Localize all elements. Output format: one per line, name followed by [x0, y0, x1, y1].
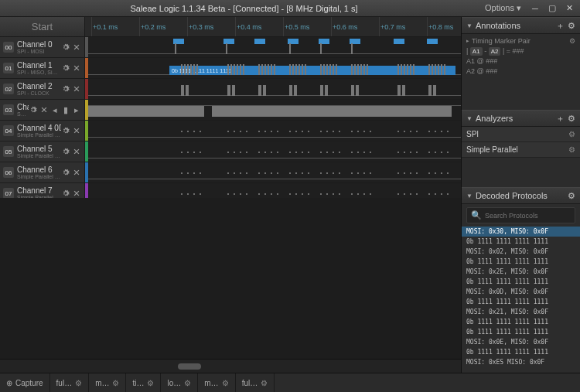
decoded-settings-icon[interactable]: ⚙ — [568, 191, 575, 201]
marker-a1-value: A1 @ ### — [466, 57, 497, 65]
protocol-item[interactable]: 0b 1111 1111 1111 1111 — [462, 277, 580, 287]
channel-header[interactable]: 06 Channel 6 Simple Parallel - D3 — [0, 162, 85, 182]
waveform-area[interactable]: 0b 1111 1111 1111 1111 — [88, 58, 461, 78]
analyzer-item[interactable]: Simple Parallel⚙ — [462, 142, 580, 158]
protocol-search-input[interactable] — [485, 212, 571, 220]
protocol-item[interactable]: 0b 1111 1111 1111 1111 — [462, 327, 580, 337]
protocol-search[interactable]: 🔍 — [466, 207, 575, 223]
close-button[interactable]: ✕ — [561, 3, 577, 14]
time-ruler[interactable]: +0.1 ms+0.2 ms+0.3 ms+0.4 ms+0.5 ms+0.6 … — [85, 17, 461, 36]
protocol-item[interactable]: MOSI: 0x30, MISO: 0x0F — [462, 227, 580, 237]
channel-row: 06 Channel 6 Simple Parallel - D3 — [0, 162, 461, 183]
channel-settings-icon[interactable] — [61, 63, 70, 73]
waveform-area[interactable] — [88, 141, 461, 162]
gear-icon[interactable]: ⚙ — [568, 145, 575, 154]
tab-label: m… — [95, 379, 109, 387]
channel-close-icon[interactable] — [72, 63, 81, 73]
capture-icon: ⊕ — [6, 379, 12, 387]
add-annotation-button[interactable]: ＋ — [556, 20, 565, 32]
gear-icon[interactable]: ⚙ — [75, 379, 82, 387]
minimize-button[interactable]: ─ — [527, 3, 543, 14]
waveform-area[interactable] — [88, 37, 461, 57]
analyzers-settings-icon[interactable]: ⚙ — [568, 114, 575, 124]
waveform-area[interactable] — [88, 183, 461, 198]
channel-settings-icon[interactable] — [61, 43, 70, 52]
session-tab[interactable]: ti…⚙ — [126, 373, 161, 392]
channel-header[interactable]: 04 Channel 4 0D00 Simple Parallel - D1 — [0, 121, 85, 141]
gear-icon[interactable]: ⚙ — [147, 379, 154, 387]
protocol-item[interactable]: 0b 1111 1111 1111 1111 — [462, 297, 580, 307]
decoded-protocols-header[interactable]: ▼ Decoded Protocols ⚙ — [462, 187, 580, 204]
analyzer-name: Simple Parallel — [466, 145, 518, 154]
session-tab[interactable]: ful…⚙ — [236, 373, 275, 392]
protocol-item[interactable]: 0b 1111 1111 1111 1111 — [462, 317, 580, 327]
waveform-area[interactable] — [88, 79, 461, 99]
channel-header[interactable]: 05 Channel 5 Simple Parallel - D2 — [0, 141, 85, 162]
waveform-area[interactable] — [88, 162, 461, 182]
maximize-button[interactable]: ▢ — [544, 3, 560, 14]
annotations-header[interactable]: ▼ Annotations ＋ ⚙ — [462, 17, 580, 34]
annotations-settings-icon[interactable]: ⚙ — [568, 21, 575, 31]
channel-settings-icon[interactable] — [61, 168, 70, 177]
scrollbar-thumb[interactable] — [178, 363, 201, 370]
protocol-item[interactable]: MOSI: 0x2E, MISO: 0x0F — [462, 267, 580, 277]
gear-icon[interactable]: ⚙ — [569, 37, 575, 45]
protocol-item[interactable]: MOSI: 0x0E, MISO: 0x0F — [462, 337, 580, 347]
trigger-next-icon[interactable]: ▸ — [72, 105, 81, 114]
protocol-item[interactable]: 0b 1111 1111 1111 1111 — [462, 347, 580, 357]
channel-header[interactable]: 01 Channel 1 SPI - MISO, Simple Parallel… — [0, 58, 85, 78]
gear-icon[interactable]: ⚙ — [184, 379, 191, 387]
add-analyzer-button[interactable]: ＋ — [556, 113, 565, 124]
channel-row: 03 Channel 3 SPI - ENABLE ◂▮▸ — [0, 100, 461, 121]
analyzer-item[interactable]: SPI⚙ — [462, 127, 580, 142]
protocol-item[interactable]: MOSI: 0x02, MISO: 0x0F — [462, 247, 580, 257]
channel-close-icon[interactable] — [72, 168, 81, 177]
channel-close-icon[interactable] — [72, 84, 81, 94]
channel-settings-icon[interactable] — [61, 84, 70, 94]
ruler-tick: +0.2 ms — [141, 17, 165, 36]
trigger-prev-icon[interactable]: ◂ — [50, 105, 60, 114]
capture-tab[interactable]: ⊕Capture — [0, 373, 50, 392]
channel-index: 04 — [3, 125, 14, 136]
protocol-item[interactable]: MOSI: 0xES MISO: 0x0F — [462, 357, 580, 367]
channel-close-icon[interactable] — [72, 189, 81, 198]
channel-subtitle: SPI - ENABLE — [17, 111, 29, 117]
protocol-item[interactable]: 0b 1111 1111 1111 1111 — [462, 237, 580, 247]
waveform-area[interactable] — [88, 100, 461, 120]
session-tab[interactable]: lo…⚙ — [161, 373, 198, 392]
protocol-item[interactable]: MOSI: 0x0D, MISO: 0x0F — [462, 287, 580, 297]
analyzers-header[interactable]: ▼ Analyzers ＋ ⚙ — [462, 110, 580, 127]
channel-close-icon[interactable] — [39, 105, 49, 114]
session-tab[interactable]: m…⚙ — [89, 373, 126, 392]
protocol-item[interactable]: 0b 1111 1111 1111 1111 — [462, 257, 580, 267]
trigger-edge-icon[interactable]: ▮ — [61, 105, 70, 114]
channel-settings-icon[interactable] — [61, 189, 70, 198]
horizontal-scrollbar[interactable] — [0, 359, 461, 373]
channel-close-icon[interactable] — [72, 126, 81, 135]
channel-settings-icon[interactable] — [29, 105, 38, 114]
channel-name: Channel 2 — [17, 83, 61, 90]
channel-settings-icon[interactable] — [61, 126, 70, 135]
waveform-area[interactable] — [88, 121, 461, 141]
session-tab[interactable]: m…⚙ — [198, 373, 235, 392]
channel-name: Channel 1 — [17, 62, 61, 70]
channel-header[interactable]: 02 Channel 2 SPI - CLOCK — [0, 79, 85, 99]
channel-close-icon[interactable] — [72, 43, 81, 52]
session-tab[interactable]: ful…⚙ — [50, 373, 90, 392]
protocol-item[interactable]: MOSI: 0x21, MISO: 0x0F — [462, 307, 580, 317]
options-menu[interactable]: Options ▾ — [485, 3, 521, 13]
channel-header[interactable]: 03 Channel 3 SPI - ENABLE ◂▮▸ — [0, 100, 85, 120]
gear-icon[interactable]: ⚙ — [222, 379, 229, 387]
gear-icon[interactable]: ⚙ — [261, 379, 268, 387]
tab-label: Capture — [15, 379, 43, 387]
channel-subtitle: Simple Parallel - D3 — [17, 174, 61, 179]
channel-header[interactable]: 07 Channel 7 Simple Parallel - D10 — [0, 183, 85, 198]
gear-icon[interactable]: ⚙ — [568, 130, 575, 138]
channel-index: 05 — [3, 146, 14, 157]
protocol-list[interactable]: MOSI: 0x30, MISO: 0x0F0b 1111 1111 1111 … — [462, 227, 580, 373]
gear-icon[interactable]: ⚙ — [112, 379, 119, 387]
channel-close-icon[interactable] — [72, 147, 81, 156]
start-button[interactable]: Start — [0, 17, 85, 36]
channel-settings-icon[interactable] — [61, 147, 70, 156]
channel-header[interactable]: 00 Channel 0 SPI - MOSI — [0, 37, 85, 57]
